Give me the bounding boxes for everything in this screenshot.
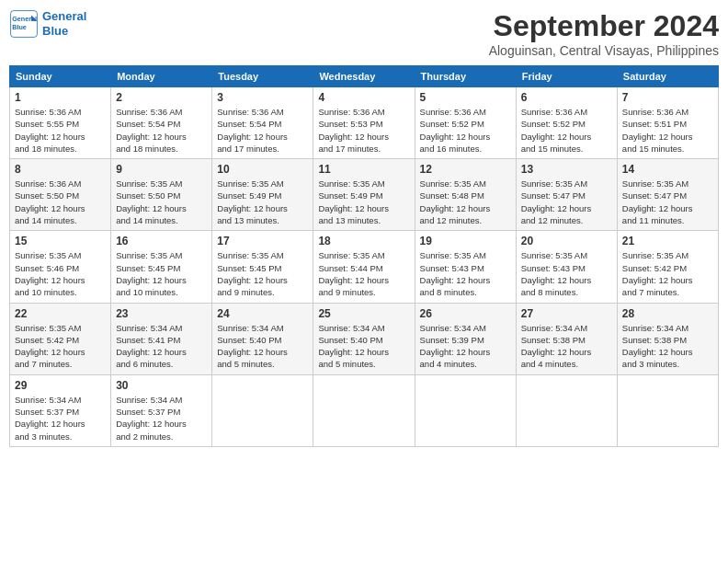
day-info: Sunrise: 5:34 AMSunset: 5:37 PMDaylight:… (116, 394, 207, 442)
day-info: Sunrise: 5:34 AMSunset: 5:38 PMDaylight:… (521, 322, 612, 371)
calendar-cell: 6Sunrise: 5:36 AMSunset: 5:52 PMDaylight… (516, 87, 617, 159)
weekday-header-row: SundayMondayTuesdayWednesdayThursdayFrid… (10, 66, 719, 87)
calendar-cell (516, 374, 617, 446)
calendar-cell: 26Sunrise: 5:34 AMSunset: 5:39 PMDayligh… (415, 303, 516, 374)
day-info: Sunrise: 5:36 AMSunset: 5:50 PMDaylight:… (15, 178, 106, 226)
day-number: 12 (420, 163, 511, 176)
day-info: Sunrise: 5:36 AMSunset: 5:55 PMDaylight:… (15, 106, 106, 155)
calendar-cell: 12Sunrise: 5:35 AMSunset: 5:48 PMDayligh… (415, 159, 516, 231)
calendar-cell: 10Sunrise: 5:35 AMSunset: 5:49 PMDayligh… (212, 159, 313, 231)
calendar-cell: 2Sunrise: 5:36 AMSunset: 5:54 PMDaylight… (111, 87, 212, 159)
day-info: Sunrise: 5:35 AMSunset: 5:45 PMDaylight:… (217, 249, 308, 298)
day-info: Sunrise: 5:35 AMSunset: 5:45 PMDaylight:… (116, 249, 207, 298)
day-number: 23 (116, 307, 207, 320)
weekday-header-friday: Friday (516, 66, 617, 87)
day-number: 24 (217, 307, 308, 320)
day-number: 13 (521, 163, 612, 176)
logo-icon: General Blue (9, 9, 39, 39)
calendar-cell: 17Sunrise: 5:35 AMSunset: 5:45 PMDayligh… (212, 231, 313, 303)
calendar-cell (313, 374, 415, 446)
calendar-cell: 29Sunrise: 5:34 AMSunset: 5:37 PMDayligh… (10, 374, 111, 446)
day-info: Sunrise: 5:35 AMSunset: 5:44 PMDaylight:… (318, 249, 409, 298)
svg-text:Blue: Blue (12, 23, 27, 31)
calendar-cell: 20Sunrise: 5:35 AMSunset: 5:43 PMDayligh… (516, 231, 617, 303)
day-info: Sunrise: 5:34 AMSunset: 5:40 PMDaylight:… (217, 322, 308, 371)
calendar-cell: 1Sunrise: 5:36 AMSunset: 5:55 PMDaylight… (10, 87, 111, 159)
day-number: 6 (521, 91, 612, 104)
calendar-cell: 25Sunrise: 5:34 AMSunset: 5:40 PMDayligh… (313, 303, 415, 374)
weekday-header-thursday: Thursday (415, 66, 516, 87)
day-info: Sunrise: 5:36 AMSunset: 5:52 PMDaylight:… (521, 106, 612, 155)
day-info: Sunrise: 5:35 AMSunset: 5:47 PMDaylight:… (521, 178, 612, 226)
calendar-cell (212, 374, 313, 446)
calendar-cell (415, 374, 516, 446)
day-info: Sunrise: 5:35 AMSunset: 5:49 PMDaylight:… (318, 178, 409, 226)
day-info: Sunrise: 5:34 AMSunset: 5:38 PMDaylight:… (622, 322, 713, 371)
day-info: Sunrise: 5:35 AMSunset: 5:43 PMDaylight:… (521, 249, 612, 298)
calendar-cell: 8Sunrise: 5:36 AMSunset: 5:50 PMDaylight… (10, 159, 111, 231)
day-info: Sunrise: 5:34 AMSunset: 5:41 PMDaylight:… (116, 322, 207, 371)
day-number: 22 (15, 307, 106, 320)
day-info: Sunrise: 5:35 AMSunset: 5:46 PMDaylight:… (15, 249, 106, 298)
calendar-table: SundayMondayTuesdayWednesdayThursdayFrid… (9, 65, 719, 447)
calendar-cell: 14Sunrise: 5:35 AMSunset: 5:47 PMDayligh… (617, 159, 718, 231)
calendar-cell: 3Sunrise: 5:36 AMSunset: 5:54 PMDaylight… (212, 87, 313, 159)
day-number: 4 (318, 91, 409, 104)
weekday-header-monday: Monday (111, 66, 212, 87)
day-number: 28 (622, 307, 713, 320)
day-number: 21 (622, 235, 713, 247)
logo: General Blue General Blue (9, 9, 86, 39)
month-title: September 2024 (489, 9, 719, 43)
day-number: 26 (420, 307, 511, 320)
calendar-week-row: 8Sunrise: 5:36 AMSunset: 5:50 PMDaylight… (10, 159, 719, 231)
day-number: 29 (15, 379, 106, 392)
day-number: 8 (15, 163, 106, 176)
day-info: Sunrise: 5:35 AMSunset: 5:43 PMDaylight:… (420, 249, 511, 298)
calendar-cell: 28Sunrise: 5:34 AMSunset: 5:38 PMDayligh… (617, 303, 718, 374)
day-info: Sunrise: 5:35 AMSunset: 5:42 PMDaylight:… (622, 249, 713, 298)
day-number: 16 (116, 235, 207, 247)
calendar-cell: 30Sunrise: 5:34 AMSunset: 5:37 PMDayligh… (111, 374, 212, 446)
day-number: 20 (521, 235, 612, 247)
calendar-cell: 23Sunrise: 5:34 AMSunset: 5:41 PMDayligh… (111, 303, 212, 374)
calendar-cell: 16Sunrise: 5:35 AMSunset: 5:45 PMDayligh… (111, 231, 212, 303)
calendar-cell: 24Sunrise: 5:34 AMSunset: 5:40 PMDayligh… (212, 303, 313, 374)
day-number: 11 (318, 163, 409, 176)
day-number: 15 (15, 235, 106, 247)
calendar-cell: 15Sunrise: 5:35 AMSunset: 5:46 PMDayligh… (10, 231, 111, 303)
day-number: 5 (420, 91, 511, 104)
day-number: 2 (116, 91, 207, 104)
day-info: Sunrise: 5:35 AMSunset: 5:50 PMDaylight:… (116, 178, 207, 226)
day-number: 30 (116, 379, 207, 392)
calendar-week-row: 29Sunrise: 5:34 AMSunset: 5:37 PMDayligh… (10, 374, 719, 446)
weekday-header-tuesday: Tuesday (212, 66, 313, 87)
day-number: 19 (420, 235, 511, 247)
day-number: 3 (217, 91, 308, 104)
calendar-cell: 19Sunrise: 5:35 AMSunset: 5:43 PMDayligh… (415, 231, 516, 303)
day-info: Sunrise: 5:35 AMSunset: 5:47 PMDaylight:… (622, 178, 713, 226)
day-number: 18 (318, 235, 409, 247)
day-info: Sunrise: 5:35 AMSunset: 5:48 PMDaylight:… (420, 178, 511, 226)
day-info: Sunrise: 5:35 AMSunset: 5:49 PMDaylight:… (217, 178, 308, 226)
weekday-header-sunday: Sunday (10, 66, 111, 87)
location-subtitle: Aloguinsan, Central Visayas, Philippines (489, 43, 719, 58)
page-header: General Blue General Blue September 2024… (9, 9, 719, 58)
day-info: Sunrise: 5:36 AMSunset: 5:51 PMDaylight:… (622, 106, 713, 155)
day-info: Sunrise: 5:34 AMSunset: 5:39 PMDaylight:… (420, 322, 511, 371)
day-number: 9 (116, 163, 207, 176)
title-block: September 2024 Aloguinsan, Central Visay… (489, 9, 719, 58)
calendar-cell: 21Sunrise: 5:35 AMSunset: 5:42 PMDayligh… (617, 231, 718, 303)
calendar-week-row: 1Sunrise: 5:36 AMSunset: 5:55 PMDaylight… (10, 87, 719, 159)
day-number: 14 (622, 163, 713, 176)
calendar-cell: 13Sunrise: 5:35 AMSunset: 5:47 PMDayligh… (516, 159, 617, 231)
calendar-cell: 18Sunrise: 5:35 AMSunset: 5:44 PMDayligh… (313, 231, 415, 303)
calendar-week-row: 22Sunrise: 5:35 AMSunset: 5:42 PMDayligh… (10, 303, 719, 374)
day-info: Sunrise: 5:36 AMSunset: 5:54 PMDaylight:… (217, 106, 308, 155)
day-number: 25 (318, 307, 409, 320)
day-info: Sunrise: 5:34 AMSunset: 5:40 PMDaylight:… (318, 322, 409, 371)
weekday-header-wednesday: Wednesday (313, 66, 415, 87)
calendar-cell: 22Sunrise: 5:35 AMSunset: 5:42 PMDayligh… (10, 303, 111, 374)
calendar-cell: 27Sunrise: 5:34 AMSunset: 5:38 PMDayligh… (516, 303, 617, 374)
day-number: 7 (622, 91, 713, 104)
day-info: Sunrise: 5:36 AMSunset: 5:53 PMDaylight:… (318, 106, 409, 155)
